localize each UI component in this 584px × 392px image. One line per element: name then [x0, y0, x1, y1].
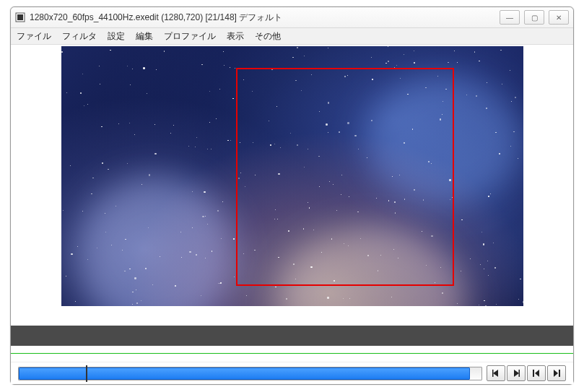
svg-marker-2 — [493, 370, 498, 377]
jump-start-button[interactable] — [527, 365, 546, 381]
menu-view[interactable]: 表示 — [227, 30, 244, 43]
svg-rect-3 — [492, 370, 494, 377]
step-back-icon — [492, 369, 500, 378]
frame-scrollbar[interactable] — [18, 367, 482, 380]
app-window: 1280x720_60fps_44100Hz.exedit (1280,720)… — [10, 6, 574, 385]
svg-marker-4 — [514, 370, 519, 377]
jump-end-icon — [552, 369, 561, 378]
svg-rect-1 — [17, 14, 23, 20]
svg-marker-8 — [554, 370, 558, 377]
menu-edit[interactable]: 編集 — [136, 30, 153, 43]
maximize-button[interactable]: ▢ — [524, 10, 544, 25]
svg-rect-5 — [519, 370, 520, 377]
timeline-ruler[interactable] — [11, 346, 573, 362]
svg-rect-6 — [533, 370, 534, 377]
preview-canvas[interactable] — [61, 46, 523, 306]
close-button[interactable]: ✕ — [549, 10, 569, 25]
preview-area — [11, 45, 573, 308]
menu-profile[interactable]: プロファイル — [164, 30, 216, 43]
bottom-panel — [11, 326, 573, 384]
jump-start-icon — [532, 369, 541, 378]
timeline-bar[interactable] — [11, 326, 573, 346]
menu-settings[interactable]: 設定 — [108, 30, 125, 43]
timeline-marker-line — [11, 353, 573, 354]
svg-marker-7 — [535, 370, 539, 377]
step-back-button[interactable] — [487, 365, 505, 381]
menu-file[interactable]: ファイル — [17, 30, 51, 43]
app-icon — [15, 12, 25, 22]
menu-other[interactable]: その他 — [255, 30, 281, 43]
step-forward-button[interactable] — [507, 365, 526, 381]
step-forward-icon — [512, 369, 520, 378]
selection-box[interactable] — [236, 68, 454, 286]
playhead-handle[interactable] — [86, 365, 87, 382]
minimize-button[interactable]: — — [500, 10, 520, 25]
menubar: ファイル フィルタ 設定 編集 プロファイル 表示 その他 — [11, 28, 573, 45]
jump-end-button[interactable] — [547, 365, 566, 381]
window-title: 1280x720_60fps_44100Hz.exedit (1280,720)… — [30, 12, 500, 24]
svg-rect-9 — [559, 370, 560, 377]
titlebar[interactable]: 1280x720_60fps_44100Hz.exedit (1280,720)… — [11, 7, 573, 28]
menu-filter[interactable]: フィルタ — [62, 30, 97, 43]
playback-row — [11, 362, 573, 384]
